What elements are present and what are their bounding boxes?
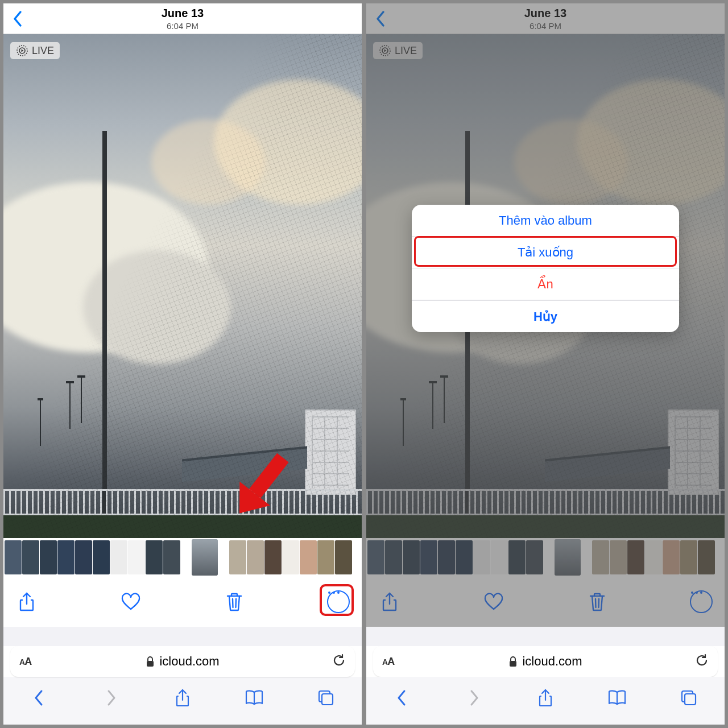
delete-button[interactable] [221, 589, 247, 615]
thumbnail[interactable] [438, 540, 455, 574]
thumbnail[interactable] [491, 540, 508, 574]
thumbnail[interactable] [680, 540, 697, 574]
thumbnail[interactable] [146, 540, 163, 574]
thumbnail[interactable] [57, 540, 75, 574]
thumbnail[interactable] [385, 540, 402, 574]
browser-back-button[interactable] [27, 685, 52, 710]
sheet-add-to-album[interactable]: Thêm vào album [412, 205, 679, 237]
reader-mode-button[interactable]: AA [19, 656, 31, 668]
lock-icon [508, 656, 518, 667]
share-icon [175, 689, 191, 707]
live-photo-badge[interactable]: LIVE [10, 42, 60, 59]
browser-tabs-button[interactable] [676, 685, 701, 710]
thumbnail[interactable] [300, 540, 317, 574]
reload-icon [332, 653, 346, 667]
sheet-hide[interactable]: Ẩn [412, 268, 679, 300]
share-button[interactable] [14, 589, 40, 615]
live-photo-icon [379, 44, 391, 57]
screenshot-right: June 13 6:04 PM LIVE [366, 3, 725, 725]
heart-icon [121, 593, 141, 611]
thumbnail[interactable] [663, 540, 680, 574]
thumbnail[interactable] [247, 540, 264, 574]
thumbnail[interactable] [526, 540, 543, 574]
browser-url-bar[interactable]: AA icloud.com [10, 646, 355, 677]
thumbnail[interactable] [456, 540, 473, 574]
reload-button[interactable] [332, 653, 346, 669]
share-icon [18, 592, 35, 612]
delete-button[interactable] [584, 589, 610, 615]
thumbnail[interactable] [403, 540, 420, 574]
thumbnail[interactable] [508, 540, 526, 574]
thumbnail[interactable] [592, 540, 609, 574]
sheet-cancel[interactable]: Hủy [412, 300, 679, 332]
book-icon [607, 690, 627, 706]
thumbnail[interactable] [229, 540, 246, 574]
thumbnail[interactable] [473, 540, 490, 574]
svg-rect-16 [510, 661, 516, 667]
browser-url-bar[interactable]: AA icloud.com [373, 646, 718, 677]
photo-viewer[interactable]: LIVE [3, 34, 362, 538]
header: June 13 6:04 PM [3, 3, 362, 34]
more-icon [690, 590, 713, 613]
reader-mode-button[interactable]: AA [382, 656, 394, 668]
thumbnail[interactable] [75, 540, 92, 574]
chevron-left-icon [34, 689, 45, 706]
chevron-left-icon [375, 10, 387, 27]
thumbnail[interactable] [40, 540, 57, 574]
browser-tabs-button[interactable] [313, 685, 338, 710]
browser-back-button[interactable] [390, 685, 415, 710]
back-button[interactable] [6, 6, 31, 31]
trash-icon [226, 592, 243, 611]
thumbnail-selected[interactable] [192, 539, 218, 576]
svg-rect-9 [322, 694, 333, 705]
browser-bookmarks-button[interactable] [605, 685, 630, 710]
more-icon [327, 590, 350, 613]
browser-bookmarks-button[interactable] [242, 685, 267, 710]
favorite-button[interactable] [481, 589, 507, 615]
thumbnail[interactable] [282, 540, 299, 574]
header: June 13 6:04 PM [366, 3, 725, 34]
thumbnail[interactable] [698, 540, 715, 574]
thumbnail[interactable] [367, 540, 384, 574]
thumbnail-gap [544, 540, 554, 574]
svg-line-15 [599, 599, 599, 607]
book-icon [245, 690, 264, 706]
url-domain: icloud.com [159, 654, 219, 669]
thumbnail[interactable] [264, 540, 282, 574]
more-button[interactable] [688, 589, 714, 615]
browser-forward-button[interactable] [98, 685, 123, 710]
more-button[interactable] [325, 589, 351, 615]
thumbnail-gap [581, 540, 592, 574]
share-icon [381, 592, 398, 612]
thumbnail[interactable] [5, 540, 22, 574]
thumbnail[interactable] [627, 540, 644, 574]
svg-line-14 [595, 599, 596, 607]
back-button[interactable] [369, 6, 394, 31]
browser-share-button[interactable] [170, 685, 195, 710]
thumbnail[interactable] [335, 540, 352, 574]
thumbnail[interactable] [93, 540, 110, 574]
svg-marker-12 [384, 49, 387, 52]
live-badge-label: LIVE [32, 45, 54, 57]
sheet-download[interactable]: Tải xuống [412, 237, 679, 268]
svg-line-5 [236, 599, 237, 607]
tabs-icon [680, 689, 697, 706]
thumbnail-strip[interactable] [3, 538, 362, 577]
reload-button[interactable] [695, 653, 709, 669]
live-photo-badge[interactable]: LIVE [373, 42, 423, 59]
thumbnail[interactable] [420, 540, 437, 574]
share-button[interactable] [377, 589, 403, 615]
tabs-icon [317, 689, 334, 706]
thumbnail[interactable] [645, 540, 662, 574]
favorite-button[interactable] [118, 589, 144, 615]
thumbnail[interactable] [163, 540, 180, 574]
thumbnail[interactable] [610, 540, 627, 574]
browser-share-button[interactable] [533, 685, 558, 710]
browser-forward-button[interactable] [461, 685, 486, 710]
thumbnail[interactable] [128, 540, 145, 574]
thumbnail-selected[interactable] [555, 539, 581, 576]
thumbnail-strip[interactable] [366, 538, 725, 577]
thumbnail[interactable] [110, 540, 127, 574]
thumbnail[interactable] [317, 540, 334, 574]
thumbnail[interactable] [22, 540, 39, 574]
